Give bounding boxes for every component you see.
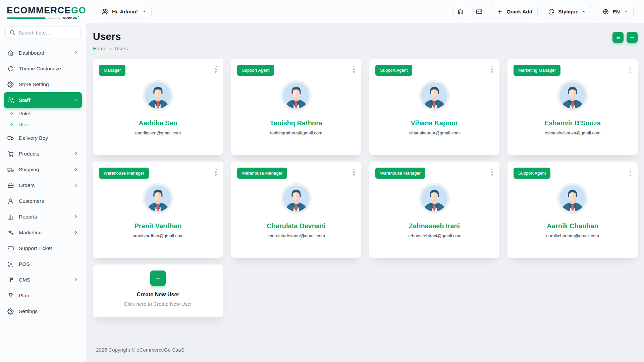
user-avatar-illustration — [145, 185, 171, 212]
sidebar-item-support-ticket[interactable]: Support Ticket — [4, 240, 82, 256]
sidebar-item-cms[interactable]: CMS — [4, 272, 82, 288]
sidebar-item-roles[interactable]: Roles — [4, 108, 82, 119]
user-name[interactable]: Aarnik Chauhan — [514, 222, 632, 230]
list-view-button[interactable] — [612, 32, 624, 43]
sidebar-item-theme-customize[interactable]: Theme Customize — [4, 61, 82, 76]
sidebar-item-user[interactable]: User — [4, 119, 82, 130]
user-name[interactable]: Vihana Kapoor — [375, 119, 493, 127]
theme-selector-button[interactable]: Stylique — [543, 5, 592, 18]
gear-icon — [7, 308, 14, 315]
sidebar-item-label: Orders — [19, 182, 69, 188]
sidebar-item-customers[interactable]: Customers — [4, 193, 82, 209]
cart-icon — [7, 150, 14, 157]
home-icon — [7, 50, 14, 56]
sidebar-item-settings[interactable]: Settings — [4, 303, 82, 319]
user-email: tanishqrathore@gmail.com — [237, 130, 355, 135]
sidebar-item-label: Support Ticket — [19, 245, 78, 251]
user-card: Warehouse Manager Pranit Vardhan pranitv… — [93, 162, 223, 258]
theme-label: Stylique — [558, 9, 578, 15]
sidebar-item-reports[interactable]: Reports — [4, 209, 82, 225]
page-header-left: Users Home › Users — [93, 31, 128, 51]
avatar — [143, 80, 173, 111]
sidebar-item-label: Products — [19, 151, 69, 157]
user-name[interactable]: Aadrika Sen — [99, 119, 217, 127]
chevron-right-icon — [73, 167, 78, 172]
page-header: Users Home › Users — [93, 31, 638, 51]
avatar — [419, 183, 450, 214]
user-card: Warehouse Manager Zehnaseeb Irani zehnas… — [369, 162, 499, 258]
sidebar-item-staff[interactable]: Staff — [4, 92, 82, 108]
role-badge: Manager — [99, 65, 125, 76]
card-menu-kebab-icon[interactable] — [490, 168, 494, 177]
sidebar-item-products[interactable]: Products — [4, 146, 82, 162]
avatar — [557, 183, 588, 214]
footer-copyright: 2025 Copyright © eCommerceGo SaaS — [96, 347, 638, 359]
sidebar-item-store-setting[interactable]: Store Setting — [4, 76, 82, 92]
user-card: Warehouse Manager Charulata Devnani char… — [231, 162, 361, 258]
user-name[interactable]: Zehnaseeb Irani — [375, 222, 493, 230]
avatar — [281, 183, 312, 214]
user-avatar-illustration — [145, 82, 171, 109]
card-menu-kebab-icon[interactable] — [352, 168, 356, 177]
page-title: Users — [93, 31, 128, 42]
admin-profile-button[interactable]: Hi, Admin! — [97, 5, 152, 18]
create-new-user-card[interactable]: Create New User Click here to Create New… — [93, 264, 223, 317]
role-badge: Marketing Manager — [514, 65, 560, 76]
sidebar-item-label: Roles — [18, 111, 78, 116]
plus-icon — [629, 35, 635, 40]
user-card: Support Agent Vihana Kapoor vihanakapoor… — [369, 59, 499, 155]
sidebar-item-orders[interactable]: Orders — [4, 177, 82, 193]
role-badge: Support Agent — [375, 65, 412, 76]
card-menu-kebab-icon[interactable] — [352, 65, 356, 74]
quick-add-button[interactable]: Quick Add — [491, 5, 538, 18]
sidebar-menu: Dashboard Theme Customize Store Setting … — [0, 42, 86, 362]
user-name[interactable]: Eshanvir D'Souza — [514, 119, 632, 127]
search-input[interactable] — [5, 26, 80, 39]
language-selector-button[interactable]: EN — [597, 5, 634, 18]
language-label: EN — [612, 9, 620, 15]
avatar — [281, 80, 312, 111]
card-menu-kebab-icon[interactable] — [490, 65, 494, 74]
breadcrumb-home-link[interactable]: Home — [93, 46, 106, 51]
powered-by-label: Powered By — [48, 17, 60, 19]
sidebar-item-plan[interactable]: Plan — [4, 288, 82, 303]
user-name[interactable]: Tanishq Rathore — [237, 119, 355, 127]
pos-icon — [7, 261, 14, 267]
brand-logo[interactable]: ECOMMERCEGO Powered By WORKDO — [0, 0, 86, 21]
user-card: Support Agent Aarnik Chauhan aarnikchauh… — [507, 162, 638, 258]
palette-icon — [548, 8, 555, 15]
add-user-button[interactable] — [627, 32, 638, 43]
card-menu-kebab-icon[interactable] — [214, 168, 218, 177]
user-card: Support Agent Tanishq Rathore tanishqrat… — [231, 59, 361, 155]
user-name[interactable]: Pranit Vardhan — [99, 222, 217, 230]
chevron-right-icon — [73, 230, 78, 235]
role-badge: Warehouse Manager — [237, 168, 287, 179]
brand-tagline: Powered By WORKDO — [7, 16, 79, 19]
sidebar-item-dashboard[interactable]: Dashboard — [4, 45, 82, 61]
create-card-subtitle: Click here to Create New User — [124, 301, 192, 307]
sidebar-item-label: Store Setting — [19, 81, 78, 87]
chevron-down-icon — [141, 9, 146, 14]
sidebar-item-label: Plan — [19, 293, 78, 299]
user-avatar-illustration — [421, 82, 447, 109]
sidebar-item-shipping[interactable]: Shipping — [4, 162, 82, 177]
messages-button[interactable] — [472, 5, 486, 18]
card-menu-kebab-icon[interactable] — [214, 65, 218, 74]
create-user-plus-button[interactable] — [150, 270, 166, 286]
card-menu-kebab-icon[interactable] — [629, 168, 632, 177]
card-menu-kebab-icon[interactable] — [629, 65, 632, 74]
user-avatar-illustration — [283, 185, 309, 212]
brand-name-accent: GO — [71, 5, 86, 15]
role-badge: Support Agent — [514, 168, 550, 179]
brand-underline — [7, 17, 46, 19]
refresh-icon — [7, 65, 14, 72]
storefront-button[interactable] — [453, 5, 467, 18]
role-badge: Warehouse Manager — [375, 168, 425, 179]
user-card: Marketing Manager Eshanvir D'Souza eshan… — [507, 59, 638, 155]
search-icon — [9, 29, 15, 36]
greeting-label: Hi, Admin! — [112, 9, 138, 15]
sidebar-item-delivery-boy[interactable]: Delivery Boy — [4, 130, 82, 146]
sidebar-item-marketing[interactable]: Marketing — [4, 225, 82, 240]
sidebar-item-pos[interactable]: POS — [4, 256, 82, 272]
user-name[interactable]: Charulata Devnani — [237, 222, 355, 230]
